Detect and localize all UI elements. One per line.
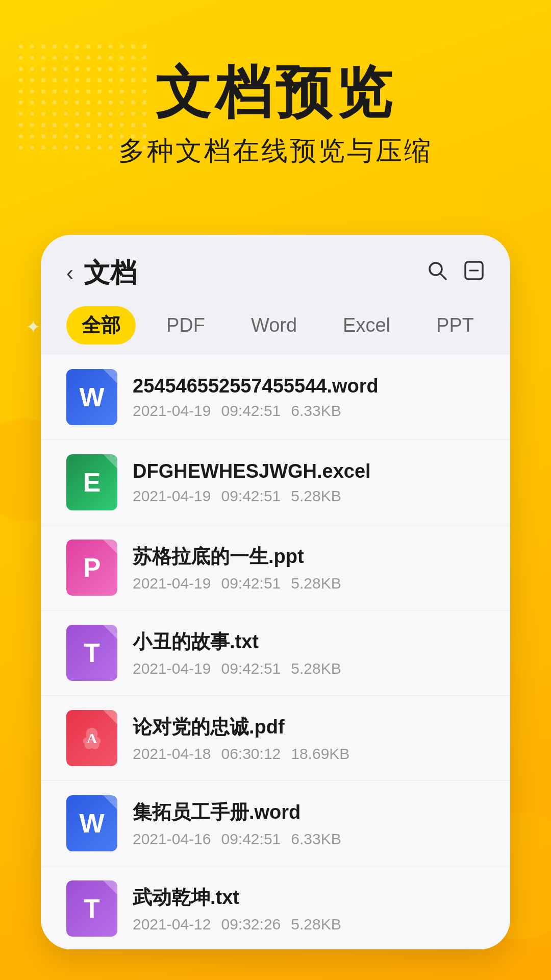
svg-point-3: [53, 44, 57, 48]
file-icon-word: W: [66, 795, 117, 851]
file-size: 6.33KB: [291, 830, 341, 848]
svg-point-17: [75, 56, 79, 60]
file-item[interactable]: W 254546552557455544.word 2021-04-19 09:…: [41, 355, 510, 440]
file-meta: 2021-04-12 09:32:26 5.28KB: [133, 916, 485, 933]
file-date: 2021-04-16: [133, 830, 211, 848]
file-name: DFGHEWHESJWGH.excel: [133, 460, 485, 482]
file-date: 2021-04-19: [133, 487, 211, 505]
svg-text:A: A: [87, 730, 97, 746]
tab-word[interactable]: Word: [236, 308, 312, 342]
file-item[interactable]: T 武动乾坤.txt 2021-04-12 09:32:26 5.28KB: [41, 866, 510, 949]
top-bar-actions: [427, 260, 485, 286]
file-name: 苏格拉底的一生.ppt: [133, 544, 485, 570]
file-time: 06:30:12: [221, 745, 281, 763]
svg-point-1: [30, 44, 34, 48]
file-name: 小丑的故事.txt: [133, 629, 485, 655]
back-button[interactable]: ‹: [66, 261, 73, 285]
file-size: 6.33KB: [291, 402, 341, 420]
file-item[interactable]: W 集拓员工手册.word 2021-04-16 09:42:51 6.33KB: [41, 781, 510, 866]
file-time: 09:42:51: [221, 830, 281, 848]
file-item[interactable]: E DFGHEWHESJWGH.excel 2021-04-19 09:42:5…: [41, 440, 510, 525]
file-date: 2021-04-12: [133, 916, 211, 933]
file-meta: 2021-04-19 09:42:51 5.28KB: [133, 660, 485, 677]
file-time: 09:42:51: [221, 402, 281, 420]
svg-point-21: [120, 56, 124, 60]
file-icon-word: W: [66, 369, 117, 425]
svg-point-9: [120, 44, 124, 48]
svg-point-20: [109, 56, 113, 60]
file-size: 5.28KB: [291, 575, 341, 592]
file-name: 254546552557455544.word: [133, 375, 485, 397]
main-title: 文档预览: [0, 61, 551, 123]
svg-point-14: [41, 56, 45, 60]
svg-point-23: [142, 56, 146, 60]
file-time: 09:32:26: [221, 916, 281, 933]
file-size: 5.28KB: [291, 916, 341, 933]
file-time: 09:42:51: [221, 575, 281, 592]
svg-line-121: [440, 274, 446, 279]
top-bar-left: ‹ 文档: [66, 255, 137, 291]
tab-ppt[interactable]: PPT: [421, 308, 489, 342]
file-info: 武动乾坤.txt 2021-04-12 09:32:26 5.28KB: [133, 885, 485, 933]
file-meta: 2021-04-18 06:30:12 18.69KB: [133, 745, 485, 763]
filter-tabs: 全部 PDF Word Excel PPT TX: [41, 301, 510, 355]
background: ✦ ✦ 文档预览 多种文档在线预览与压缩 ‹ 文档: [0, 0, 551, 980]
edit-icon[interactable]: [463, 260, 485, 286]
top-bar: ‹ 文档: [41, 235, 510, 301]
file-info: DFGHEWHESJWGH.excel 2021-04-19 09:42:51 …: [133, 460, 485, 505]
svg-point-2: [41, 44, 45, 48]
svg-point-10: [131, 44, 135, 48]
svg-point-8: [109, 44, 113, 48]
svg-point-4: [64, 44, 68, 48]
svg-point-18: [86, 56, 90, 60]
file-name: 武动乾坤.txt: [133, 885, 485, 911]
svg-point-22: [131, 56, 135, 60]
svg-point-12: [19, 56, 23, 60]
file-info: 小丑的故事.txt 2021-04-19 09:42:51 5.28KB: [133, 629, 485, 677]
file-meta: 2021-04-16 09:42:51 6.33KB: [133, 830, 485, 848]
file-name: 论对党的忠诚.pdf: [133, 714, 485, 740]
file-meta: 2021-04-19 09:42:51 5.28KB: [133, 575, 485, 592]
svg-point-5: [75, 44, 79, 48]
file-icon-txt: T: [66, 625, 117, 681]
svg-point-7: [97, 44, 102, 48]
file-time: 09:42:51: [221, 487, 281, 505]
header-section: 文档预览 多种文档在线预览与压缩: [0, 61, 551, 169]
page-title: 文档: [84, 255, 137, 291]
svg-point-19: [97, 56, 102, 60]
file-size: 18.69KB: [291, 745, 349, 763]
tab-all[interactable]: 全部: [66, 306, 136, 345]
sub-title: 多种文档在线预览与压缩: [0, 133, 551, 169]
svg-point-6: [86, 44, 90, 48]
file-icon-txt: T: [66, 880, 117, 937]
file-time: 09:42:51: [221, 660, 281, 677]
file-icon-excel: E: [66, 454, 117, 510]
file-size: 5.28KB: [291, 487, 341, 505]
file-meta: 2021-04-19 09:42:51 6.33KB: [133, 402, 485, 420]
file-item[interactable]: P 苏格拉底的一生.ppt 2021-04-19 09:42:51 5.28KB: [41, 525, 510, 610]
file-date: 2021-04-18: [133, 745, 211, 763]
file-item[interactable]: T 小丑的故事.txt 2021-04-19 09:42:51 5.28KB: [41, 610, 510, 696]
phone-card: ‹ 文档 全部 PDF: [41, 235, 510, 949]
file-info: 苏格拉底的一生.ppt 2021-04-19 09:42:51 5.28KB: [133, 544, 485, 592]
file-name: 集拓员工手册.word: [133, 799, 485, 825]
file-icon-ppt: P: [66, 540, 117, 596]
file-item[interactable]: A 论对党的忠诚.pdf 2021-04-18 06:30:12 18.69KB: [41, 696, 510, 781]
file-date: 2021-04-19: [133, 660, 211, 677]
search-icon[interactable]: [427, 260, 448, 286]
tab-excel[interactable]: Excel: [328, 308, 406, 342]
svg-point-0: [19, 44, 23, 48]
tab-pdf[interactable]: PDF: [151, 308, 220, 342]
file-size: 5.28KB: [291, 660, 341, 677]
sparkle-icon-1: ✦: [26, 316, 41, 338]
tab-txt[interactable]: TX: [505, 308, 510, 342]
file-info: 254546552557455544.word 2021-04-19 09:42…: [133, 375, 485, 420]
file-meta: 2021-04-19 09:42:51 5.28KB: [133, 487, 485, 505]
svg-point-16: [64, 56, 68, 60]
file-date: 2021-04-19: [133, 575, 211, 592]
svg-point-11: [142, 44, 146, 48]
file-info: 论对党的忠诚.pdf 2021-04-18 06:30:12 18.69KB: [133, 714, 485, 763]
file-date: 2021-04-19: [133, 402, 211, 420]
file-icon-pdf: A: [66, 710, 117, 766]
svg-point-15: [53, 56, 57, 60]
